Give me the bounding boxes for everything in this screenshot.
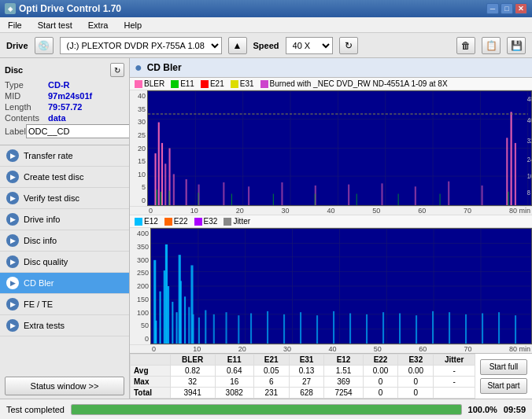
svg-rect-84 [283, 314, 285, 344]
svg-rect-28 [415, 186, 416, 205]
svg-rect-33 [515, 143, 516, 205]
create-test-disc-icon: ▶ [6, 171, 19, 183]
svg-rect-16 [161, 143, 163, 205]
progress-percentage: 100.0% [468, 405, 497, 414]
app-title: Opti Drive Control 1.70 [19, 3, 121, 14]
sidebar-item-label: CD Bler [24, 278, 54, 288]
stats-avg-e32: 0.00 [398, 366, 434, 377]
start-full-button[interactable]: Start full [480, 359, 527, 375]
svg-rect-19 [173, 174, 175, 205]
eject-button[interactable]: ▲ [228, 37, 247, 54]
chart-title: CD Bler [147, 62, 182, 73]
legend-e11: E11 [171, 79, 194, 88]
disc-contents-label: Contents [5, 113, 48, 123]
legend-e31: E31 [231, 79, 254, 88]
stats-total-e22: 0 [363, 388, 398, 399]
svg-rect-40 [315, 194, 316, 206]
copy-button[interactable]: 📋 [482, 37, 501, 54]
legend-e22: E22 [164, 217, 188, 226]
save-button[interactable]: 💾 [507, 37, 526, 54]
menu-start-test[interactable]: Start test [33, 19, 77, 31]
svg-rect-94 [449, 312, 450, 344]
speed-label: Speed [253, 41, 279, 50]
sidebar-item-disc-info[interactable]: ▶ Disc info [0, 230, 129, 252]
eraser-button[interactable]: 🗑 [456, 37, 475, 54]
menu-file[interactable]: File [3, 19, 27, 31]
svg-rect-31 [506, 138, 508, 205]
svg-text:32 X: 32 X [527, 136, 531, 145]
sidebar: Disc ↻ Type CD-R MID 97m24s01f Length 79… [0, 58, 130, 399]
disc-contents-value: data [48, 113, 124, 123]
svg-rect-32 [511, 112, 512, 205]
stats-max-label: Max [131, 377, 171, 388]
sidebar-item-verify-test-disc[interactable]: ▶ Verify test disc [0, 188, 129, 209]
sidebar-item-label: FE / TE [24, 300, 53, 309]
drive-select[interactable]: (J:) PLEXTOR DVDR PX-755A 1.08 [60, 37, 222, 54]
svg-rect-93 [432, 311, 434, 344]
stats-col-jitter: Jitter [434, 355, 475, 366]
svg-rect-37 [198, 193, 199, 205]
svg-rect-95 [465, 314, 467, 344]
stats-avg-jitter: - [434, 366, 475, 377]
svg-rect-26 [348, 185, 349, 205]
stats-max-bler: 32 [170, 377, 215, 388]
svg-rect-72 [176, 312, 178, 344]
extra-tests-icon: ▶ [6, 319, 19, 332]
svg-rect-34 [157, 189, 157, 205]
fe-te-icon: ▶ [6, 298, 19, 311]
title-bar-left: ◈ Opti Drive Control 1.70 [5, 3, 121, 14]
sidebar-item-disc-quality[interactable]: ▶ Disc quality [0, 252, 129, 273]
close-button[interactable]: ✕ [515, 3, 527, 14]
disc-type-value: CD-R [48, 80, 124, 90]
svg-rect-70 [168, 286, 169, 344]
svg-rect-82 [250, 314, 252, 344]
disc-label-input[interactable] [26, 124, 130, 138]
menu-help[interactable]: Help [119, 19, 146, 31]
stats-col-e11: E11 [215, 355, 253, 366]
legend-e21: E21 [201, 79, 224, 88]
sidebar-item-fe-te[interactable]: ▶ FE / TE [0, 294, 129, 315]
stats-col-e21: E21 [253, 355, 289, 366]
minimize-button[interactable]: ─ [486, 3, 499, 14]
sidebar-item-create-test-disc[interactable]: ▶ Create test disc [0, 167, 129, 188]
sidebar-item-extra-tests[interactable]: ▶ Extra tests [0, 315, 129, 336]
legend-bler: BLER [135, 79, 164, 88]
stats-max-e32: 0 [398, 377, 434, 388]
maximize-button[interactable]: □ [501, 3, 513, 14]
svg-rect-20 [186, 179, 187, 205]
svg-rect-75 [188, 307, 190, 344]
stats-total-e31: 628 [289, 388, 324, 399]
svg-rect-86 [316, 315, 318, 344]
speed-select[interactable]: 40 X [286, 37, 333, 54]
disc-type-label: Type [5, 80, 48, 90]
transfer-rate-icon: ▶ [6, 149, 19, 162]
menu-extra[interactable]: Extra [83, 19, 113, 31]
stats-buttons: Start full Start part [475, 354, 532, 399]
disc-length-label: Length [5, 102, 48, 112]
stats-max-e11: 16 [215, 377, 253, 388]
svg-rect-68 [160, 292, 161, 344]
svg-text:24 X: 24 X [527, 155, 531, 164]
status-window-btn[interactable]: Status window >> [5, 377, 124, 395]
svg-rect-43 [440, 194, 441, 206]
refresh-button[interactable]: ↻ [339, 37, 358, 54]
stats-max-e31: 27 [289, 377, 324, 388]
disc-mid-label: MID [5, 91, 48, 101]
svg-rect-27 [381, 183, 382, 205]
svg-rect-39 [273, 194, 274, 206]
disc-refresh-btn[interactable]: ↻ [110, 63, 124, 77]
stats-col-e22: E22 [363, 355, 398, 366]
svg-rect-92 [416, 315, 417, 344]
drive-label: Drive [6, 41, 28, 50]
start-part-button[interactable]: Start part [480, 378, 527, 394]
svg-rect-14 [154, 153, 156, 205]
sidebar-item-drive-info[interactable]: ▶ Drive info [0, 209, 129, 230]
drive-icon-btn[interactable]: 💿 [35, 37, 54, 54]
svg-rect-89 [366, 314, 368, 344]
sidebar-item-label: Extra tests [24, 321, 65, 330]
sidebar-item-cd-bler[interactable]: ▶ CD Bler [0, 273, 129, 294]
status-bar: Test completed 100.0% 09:59 [0, 399, 532, 419]
sidebar-item-transfer-rate[interactable]: ▶ Transfer rate [0, 145, 129, 167]
stats-max-e12: 369 [324, 377, 363, 388]
verify-test-disc-icon: ▶ [6, 192, 19, 204]
